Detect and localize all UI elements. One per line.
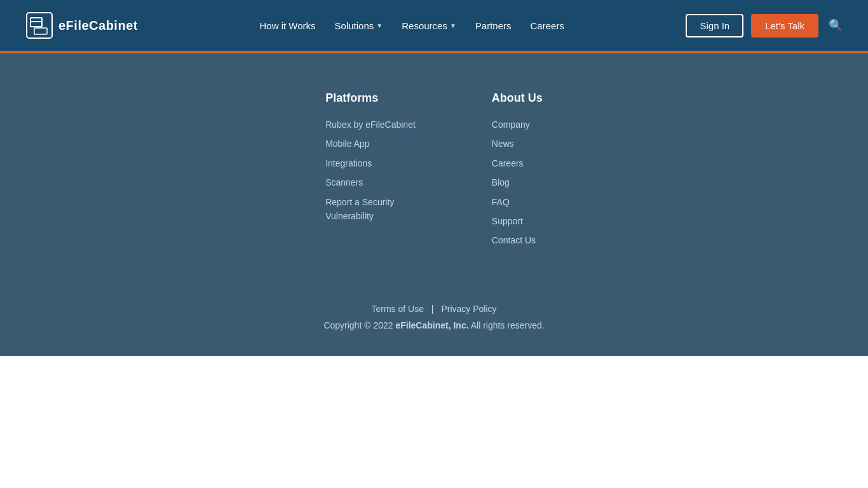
nav-careers[interactable]: Careers xyxy=(531,20,564,31)
list-item: Blog xyxy=(492,175,543,189)
footer-platforms-col: Platforms Rubex by eFileCabinet Mobile A… xyxy=(325,92,416,253)
list-item: Contact Us xyxy=(492,233,543,247)
footer-about-col: About Us Company News Careers Blog FAQ xyxy=(492,92,543,253)
logo-icon xyxy=(25,11,53,39)
privacy-policy-link[interactable]: Privacy Policy xyxy=(441,304,496,314)
about-link-faq[interactable]: FAQ xyxy=(492,197,510,207)
list-item: News xyxy=(492,137,543,151)
list-item: Company xyxy=(492,118,543,132)
about-link-careers[interactable]: Careers xyxy=(492,158,524,168)
platforms-list: Rubex by eFileCabinet Mobile App Integra… xyxy=(325,118,416,223)
platforms-link-security[interactable]: Report a Security Vulnerability xyxy=(325,197,394,221)
footer-columns: Platforms Rubex by eFileCabinet Mobile A… xyxy=(148,92,720,253)
site-header: eFileCabinet How it Works Solutions ▼ Re… xyxy=(0,0,868,51)
list-item: Rubex by eFileCabinet xyxy=(325,118,416,132)
chevron-down-icon: ▼ xyxy=(376,22,383,29)
svg-rect-3 xyxy=(34,28,47,34)
nav-solutions[interactable]: Solutions ▼ xyxy=(335,20,383,31)
platforms-link-mobile[interactable]: Mobile App xyxy=(325,139,369,149)
list-item: FAQ xyxy=(492,195,543,209)
footer-bottom: Terms of Use | Privacy Policy Copyright … xyxy=(0,285,868,356)
about-link-news[interactable]: News xyxy=(492,139,514,149)
about-link-support[interactable]: Support xyxy=(492,216,523,226)
nav-actions: Sign In Let's Talk 🔍 xyxy=(686,14,843,37)
footer-legal-links: Terms of Use | Privacy Policy xyxy=(0,304,868,314)
copyright-text: Copyright © 2022 eFileCabinet, Inc. All … xyxy=(0,320,868,330)
list-item: Scanners xyxy=(325,175,416,189)
list-item: Integrations xyxy=(325,156,416,170)
lets-talk-button[interactable]: Let's Talk xyxy=(751,14,818,37)
about-heading: About Us xyxy=(492,92,543,105)
platforms-heading: Platforms xyxy=(325,92,416,105)
logo-text: eFileCabinet xyxy=(58,18,138,33)
logo-area[interactable]: eFileCabinet xyxy=(25,11,138,39)
platforms-link-integrations[interactable]: Integrations xyxy=(325,158,372,168)
chevron-down-icon: ▼ xyxy=(450,22,456,29)
about-link-blog[interactable]: Blog xyxy=(492,177,510,187)
search-icon: 🔍 xyxy=(829,19,843,32)
terms-of-use-link[interactable]: Terms of Use xyxy=(371,304,423,314)
nav-how-it-works[interactable]: How it Works xyxy=(260,20,316,31)
sign-in-button[interactable]: Sign In xyxy=(686,14,743,37)
white-area xyxy=(0,356,868,488)
main-nav: How it Works Solutions ▼ Resources ▼ Par… xyxy=(260,20,564,31)
platforms-link-rubex[interactable]: Rubex by eFileCabinet xyxy=(325,119,416,130)
platforms-link-scanners[interactable]: Scanners xyxy=(325,177,363,187)
about-link-company[interactable]: Company xyxy=(492,119,530,130)
list-item: Report a Security Vulnerability xyxy=(325,195,416,224)
link-divider: | xyxy=(431,304,434,314)
about-list: Company News Careers Blog FAQ Support xyxy=(492,118,543,248)
nav-resources[interactable]: Resources ▼ xyxy=(402,20,456,31)
nav-partners[interactable]: Partners xyxy=(475,20,512,31)
footer-section: Platforms Rubex by eFileCabinet Mobile A… xyxy=(0,53,868,285)
list-item: Mobile App xyxy=(325,137,416,151)
list-item: Careers xyxy=(492,156,543,170)
list-item: Support xyxy=(492,214,543,228)
search-button[interactable]: 🔍 xyxy=(829,18,843,32)
about-link-contact[interactable]: Contact Us xyxy=(492,235,536,245)
